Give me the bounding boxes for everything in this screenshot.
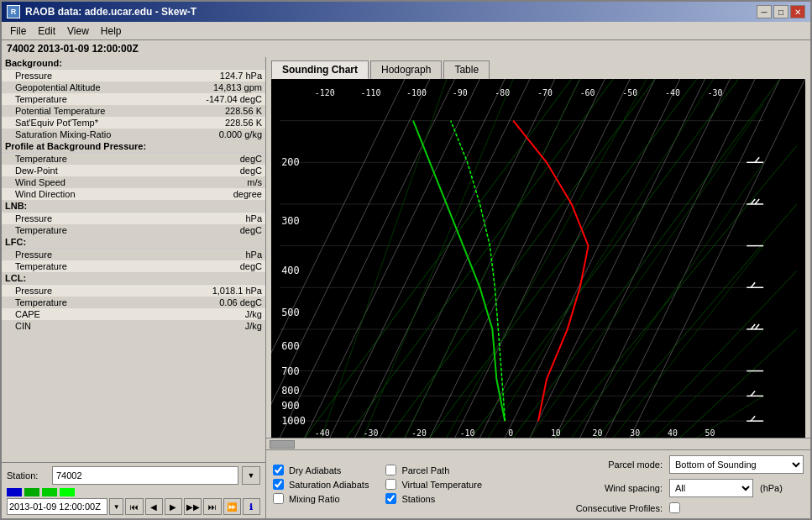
stations-control: Stations bbox=[385, 493, 482, 504]
menu-view[interactable]: View bbox=[62, 24, 94, 39]
dry-adiabats-checkbox[interactable] bbox=[273, 465, 284, 475]
station-bar: Station: ▼ ▼ ⏮ ◀ ▶ ▶▶ ⏭ bbox=[2, 462, 265, 518]
skewt-chart: 200 300 400 500 600 700 800 900 1000 -12… bbox=[271, 79, 805, 438]
data-info-text: 74002 2013-01-09 12:00:00Z bbox=[7, 43, 139, 55]
color-indicator-3 bbox=[42, 488, 57, 496]
svg-text:900: 900 bbox=[281, 400, 300, 412]
station-input[interactable] bbox=[52, 466, 238, 485]
svg-text:-120: -120 bbox=[315, 88, 335, 97]
nav-play-button[interactable]: ▶ bbox=[165, 498, 182, 515]
dry-adiabats-control: Dry Adiabats bbox=[273, 465, 369, 475]
nav-first-button[interactable]: ⏮ bbox=[125, 498, 143, 515]
time-dropdown-button[interactable]: ▼ bbox=[109, 498, 123, 515]
data-table: Background: Pressure 124.7 hPa Geopotent… bbox=[2, 57, 265, 462]
tab-sounding-chart[interactable]: Sounding Chart bbox=[271, 60, 369, 79]
window-title: RAOB data: adde.ucar.edu - Skew-T bbox=[25, 6, 196, 18]
section-lnb: LNB: bbox=[2, 200, 265, 213]
table-row: Pressure 124.7 hPa bbox=[2, 70, 265, 81]
controls-row: Dry Adiabats Saturation Adiabats Mixing … bbox=[273, 455, 804, 513]
table-row: Pressure hPa bbox=[2, 213, 265, 224]
left-panel: Background: Pressure 124.7 hPa Geopotent… bbox=[2, 57, 266, 518]
virtual-temp-checkbox[interactable] bbox=[385, 479, 396, 490]
nav-next-button[interactable]: ▶▶ bbox=[184, 498, 202, 515]
time-input[interactable] bbox=[7, 498, 107, 515]
nav-fast-forward-button[interactable]: ⏩ bbox=[223, 498, 241, 515]
sat-adiabats-control: Saturation Adiabats bbox=[273, 479, 369, 490]
sat-adiabats-checkbox[interactable] bbox=[273, 479, 284, 490]
svg-text:1000: 1000 bbox=[281, 415, 306, 427]
parcel-section: Parcel mode: Bottom of Sounding Most Uns… bbox=[562, 455, 804, 513]
svg-text:800: 800 bbox=[281, 385, 300, 397]
svg-text:-90: -90 bbox=[453, 88, 468, 97]
virtual-temp-control: Virtual Temperature bbox=[385, 479, 482, 490]
tab-hodograph[interactable]: Hodograph bbox=[370, 60, 442, 79]
tab-table[interactable]: Table bbox=[443, 60, 490, 79]
table-row: Temperature -147.04 degC bbox=[2, 93, 265, 105]
parcel-path-control: Parcel Path bbox=[385, 465, 482, 475]
title-bar: R RAOB data: adde.ucar.edu - Skew-T ─ □ … bbox=[2, 2, 810, 22]
controls-panel: Dry Adiabats Saturation Adiabats Mixing … bbox=[266, 449, 810, 518]
wind-spacing-select[interactable]: All 100 50 25 bbox=[669, 479, 753, 497]
app-icon: R bbox=[7, 5, 20, 18]
svg-text:600: 600 bbox=[281, 340, 300, 352]
time-controls: ▼ ⏮ ◀ ▶ ▶▶ ⏭ ⏩ ℹ bbox=[7, 498, 260, 515]
table-row: CAPE J/kg bbox=[2, 308, 265, 320]
svg-rect-0 bbox=[280, 79, 797, 438]
consecutive-profiles-checkbox[interactable] bbox=[669, 502, 680, 513]
chart-area[interactable]: 200 300 400 500 600 700 800 900 1000 -12… bbox=[271, 79, 805, 438]
svg-text:300: 300 bbox=[281, 215, 300, 227]
svg-text:-30: -30 bbox=[708, 88, 723, 97]
info-button[interactable]: ℹ bbox=[243, 498, 260, 515]
menu-help[interactable]: Help bbox=[96, 24, 127, 39]
mixing-ratio-control: Mixing Ratio bbox=[273, 493, 369, 504]
chart-scrollbar[interactable] bbox=[266, 438, 810, 449]
svg-text:400: 400 bbox=[281, 265, 300, 276]
menu-edit[interactable]: Edit bbox=[33, 24, 60, 39]
parcel-mode-row: Parcel mode: Bottom of Sounding Most Uns… bbox=[562, 455, 804, 474]
section-profile: Profile at Background Pressure: bbox=[2, 140, 265, 153]
parcel-path-label: Parcel Path bbox=[401, 465, 449, 475]
svg-text:-40: -40 bbox=[315, 428, 330, 438]
svg-text:-20: -20 bbox=[411, 428, 427, 438]
svg-text:-40: -40 bbox=[665, 88, 680, 97]
main-content: Background: Pressure 124.7 hPa Geopotent… bbox=[2, 57, 810, 518]
svg-text:50: 50 bbox=[705, 428, 715, 438]
svg-text:40: 40 bbox=[668, 428, 678, 438]
stations-label: Stations bbox=[401, 494, 435, 504]
dry-adiabats-label: Dry Adiabats bbox=[289, 465, 341, 475]
svg-text:-70: -70 bbox=[537, 88, 553, 97]
table-row: Saturation Mixing-Ratio 0.000 g/kg bbox=[2, 129, 265, 140]
controls-col-2: Parcel Path Virtual Temperature Stations bbox=[385, 465, 482, 504]
nav-prev-button[interactable]: ◀ bbox=[145, 498, 163, 515]
section-background: Background: bbox=[2, 57, 265, 70]
parcel-mode-select[interactable]: Bottom of Sounding Most Unstable Mixed L… bbox=[669, 455, 804, 474]
menu-file[interactable]: File bbox=[5, 24, 31, 39]
color-indicator-1 bbox=[7, 488, 22, 496]
table-row: Geopotential Altitude 14,813 gpm bbox=[2, 81, 265, 93]
parcel-path-checkbox[interactable] bbox=[385, 465, 396, 475]
mixing-ratio-checkbox[interactable] bbox=[273, 493, 284, 504]
controls-col-1: Dry Adiabats Saturation Adiabats Mixing … bbox=[273, 465, 369, 504]
table-row: Temperature degC bbox=[2, 153, 265, 165]
station-dropdown-button[interactable]: ▼ bbox=[242, 466, 260, 485]
svg-text:700: 700 bbox=[281, 365, 300, 377]
station-label: Station: bbox=[7, 470, 49, 481]
section-lfc: LFC: bbox=[2, 236, 265, 249]
svg-text:-10: -10 bbox=[460, 428, 475, 438]
nav-last-button[interactable]: ⏭ bbox=[203, 498, 221, 515]
stations-checkbox[interactable] bbox=[385, 493, 396, 504]
svg-text:500: 500 bbox=[281, 307, 300, 318]
svg-text:20: 20 bbox=[593, 428, 603, 438]
minimize-button[interactable]: ─ bbox=[757, 5, 772, 18]
color-indicator-2 bbox=[24, 488, 39, 496]
table-row: Pressure hPa bbox=[2, 249, 265, 260]
virtual-temp-label: Virtual Temperature bbox=[401, 480, 482, 490]
svg-text:0: 0 bbox=[508, 428, 513, 438]
maximize-button[interactable]: □ bbox=[773, 5, 788, 18]
color-indicator-4 bbox=[60, 488, 75, 496]
close-button[interactable]: ✕ bbox=[790, 5, 805, 18]
svg-text:30: 30 bbox=[630, 428, 640, 438]
tabs: Sounding Chart Hodograph Table bbox=[266, 57, 810, 79]
consecutive-profiles-label: Consecutive Profiles: bbox=[562, 503, 663, 513]
wind-unit-label: (hPa) bbox=[760, 483, 783, 493]
